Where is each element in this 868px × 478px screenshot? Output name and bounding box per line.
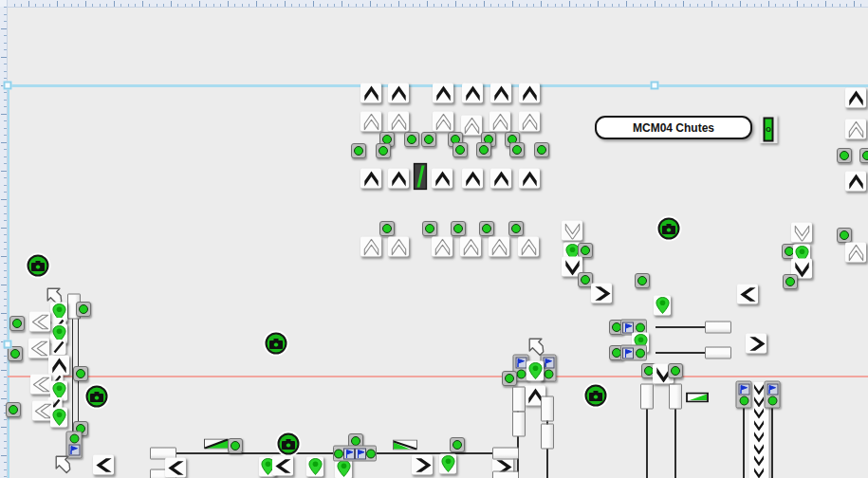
chevron-left-black-icon[interactable] — [93, 455, 114, 475]
conveyor-segment-vertical[interactable] — [541, 424, 554, 450]
chevron-up-white-icon[interactable] — [461, 116, 482, 136]
location-pin-icon[interactable] — [50, 408, 67, 428]
mcm04-chutes-label[interactable]: MCM04 Chutes — [595, 116, 752, 139]
status-light-green[interactable] — [479, 221, 494, 236]
location-pin-icon[interactable] — [335, 459, 352, 478]
status-light-green[interactable] — [783, 274, 798, 289]
chevron-up-black-icon[interactable] — [490, 83, 511, 103]
connector-line[interactable] — [674, 409, 676, 478]
location-pin-icon[interactable] — [526, 361, 544, 381]
status-light-green[interactable] — [452, 142, 468, 157]
chevron-up-white-icon[interactable] — [388, 237, 409, 257]
status-light-green[interactable] — [351, 143, 366, 158]
chevron-up-black-icon[interactable] — [490, 169, 511, 189]
status-light-green[interactable] — [404, 132, 419, 147]
chevron-up-white-icon[interactable] — [460, 237, 481, 257]
selection-handle[interactable] — [651, 82, 659, 90]
ramp-indicator[interactable] — [393, 440, 417, 450]
status-light-green[interactable] — [837, 148, 852, 163]
chevron-up-white-icon[interactable] — [845, 243, 866, 263]
ramp-indicator-vertical[interactable] — [414, 163, 428, 191]
conveyor-segment-vertical[interactable] — [640, 384, 654, 410]
guide-line[interactable] — [7, 376, 868, 377]
chevron-up-black-icon[interactable] — [519, 169, 540, 189]
selection-handle[interactable] — [4, 82, 12, 90]
chevron-left-black-icon[interactable] — [272, 456, 293, 476]
connector-line[interactable] — [546, 449, 548, 478]
location-pin-icon[interactable] — [439, 454, 456, 474]
chevron-left-white-icon[interactable] — [29, 312, 50, 332]
chevron-left-black-icon[interactable] — [165, 458, 186, 478]
status-light-green[interactable] — [508, 221, 524, 236]
connector-line[interactable] — [743, 406, 745, 478]
status-light-green[interactable] — [837, 228, 852, 243]
status-light-green[interactable] — [376, 143, 391, 158]
status-light-green[interactable] — [379, 221, 395, 236]
status-light-green[interactable] — [476, 142, 491, 157]
chevron-up-white-icon[interactable] — [519, 112, 540, 132]
chevron-up-white-icon[interactable] — [432, 237, 452, 257]
status-light-green[interactable] — [9, 316, 25, 331]
chevron-up-white-icon[interactable] — [360, 112, 381, 132]
chevron-down-white-icon[interactable] — [791, 223, 812, 243]
sensor-quad[interactable] — [333, 446, 377, 462]
chevron-up-white-icon[interactable] — [433, 112, 453, 132]
chevron-up-black-icon[interactable] — [388, 83, 409, 103]
camera-icon[interactable] — [585, 385, 607, 407]
chevron-up-white-icon[interactable] — [489, 112, 510, 132]
status-light-green[interactable] — [502, 371, 517, 386]
camera-icon[interactable] — [278, 433, 300, 455]
status-light-green[interactable] — [76, 302, 91, 317]
conveyor-segment-horizontal[interactable] — [705, 347, 731, 359]
chevron-up-black-icon[interactable] — [845, 88, 866, 108]
chevron-up-white-icon[interactable] — [388, 112, 409, 132]
camera-icon[interactable] — [266, 333, 287, 355]
chevron-up-white-icon[interactable] — [489, 237, 509, 257]
chevron-down-white-icon[interactable] — [562, 221, 582, 241]
status-light-green[interactable] — [534, 142, 549, 157]
status-light-green[interactable] — [635, 273, 650, 288]
chevron-up-black-icon[interactable] — [360, 169, 381, 189]
conveyor-segment-vertical[interactable] — [512, 387, 526, 413]
chevron-left-white-icon[interactable] — [28, 339, 49, 358]
status-light-green[interactable] — [228, 438, 243, 453]
status-light-green[interactable] — [451, 221, 466, 236]
status-light-green[interactable] — [668, 363, 683, 378]
location-pin-icon[interactable] — [654, 296, 671, 316]
chevron-right-black-icon[interactable] — [591, 284, 612, 303]
chevron-left-black-icon[interactable] — [737, 285, 758, 304]
conveyor-segment-horizontal[interactable] — [492, 448, 519, 460]
conveyor-segment-vertical[interactable] — [541, 396, 554, 422]
status-light-green[interactable] — [450, 437, 465, 452]
chevron-up-white-icon[interactable] — [845, 120, 866, 139]
chevron-up-black-icon[interactable] — [360, 83, 381, 103]
ramp-indicator[interactable] — [686, 393, 709, 403]
sensor-pair[interactable] — [620, 345, 647, 361]
connector-line[interactable] — [646, 409, 648, 478]
conveyor-segment-horizontal[interactable] — [492, 471, 519, 478]
sensor-pair[interactable] — [765, 381, 781, 409]
status-light-green[interactable] — [421, 132, 436, 147]
chevron-up-black-icon[interactable] — [519, 83, 540, 103]
status-light-green[interactable] — [73, 366, 88, 381]
vertical-gauge[interactable] — [760, 115, 778, 143]
connector-line[interactable] — [656, 352, 707, 354]
chevron-up-black-icon[interactable] — [462, 83, 483, 103]
connector-line[interactable] — [656, 326, 707, 328]
chevron-up-white-icon[interactable] — [360, 237, 381, 257]
camera-icon[interactable] — [658, 218, 680, 240]
chevron-up-white-icon[interactable] — [518, 237, 539, 257]
status-light-green[interactable] — [6, 402, 21, 417]
ramp-indicator[interactable] — [204, 439, 229, 450]
sensor-pair[interactable] — [736, 381, 752, 409]
conveyor-segment-horizontal[interactable] — [705, 322, 731, 334]
chevron-up-black-icon[interactable] — [388, 169, 409, 189]
status-light-green[interactable] — [859, 148, 868, 163]
selection-handle[interactable] — [4, 340, 12, 349]
chevron-up-black-icon[interactable] — [48, 356, 69, 376]
chevron-right-black-icon[interactable] — [746, 334, 766, 354]
diverter-slash-icon[interactable] — [52, 340, 66, 355]
status-light-green[interactable] — [422, 221, 437, 236]
conveyor-segment-vertical[interactable] — [669, 384, 682, 410]
chevron-up-black-icon[interactable] — [432, 169, 452, 189]
